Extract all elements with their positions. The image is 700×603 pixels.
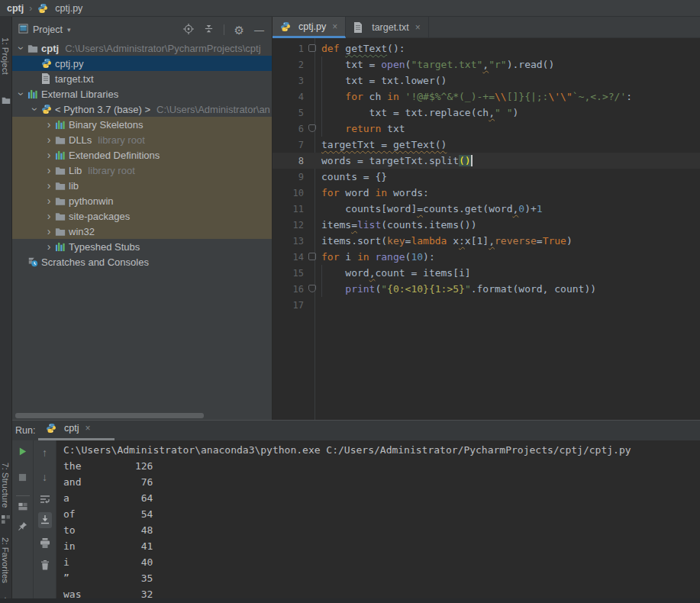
fold-open-icon[interactable] <box>308 44 316 52</box>
code-line[interactable]: 13items.sort(key=lambda x:x[1],reverse=T… <box>273 233 700 249</box>
up-stacktrace-button[interactable]: ↑ <box>34 447 56 458</box>
close-icon[interactable]: × <box>332 21 337 32</box>
run-tab-label: cptj <box>64 423 79 434</box>
restore-layout-button[interactable] <box>12 501 33 514</box>
soft-wrap-button[interactable] <box>34 494 56 507</box>
tree-row[interactable]: cptj.py <box>12 56 272 71</box>
stop-button[interactable] <box>12 472 33 484</box>
tree-row[interactable]: target.txt <box>12 71 272 86</box>
tree-item-label: DLLs <box>69 134 92 146</box>
chevron-right-icon[interactable]: › <box>43 134 55 145</box>
fold-end-icon[interactable] <box>308 285 316 292</box>
run-header: Run: cptj × <box>12 420 700 440</box>
run-tab[interactable]: cptj × <box>46 423 90 434</box>
breadcrumb-project[interactable]: cptj <box>7 3 24 14</box>
trash-icon[interactable] <box>34 559 56 572</box>
breadcrumb-separator-icon: › <box>29 3 32 14</box>
run-console[interactable]: C:\Users\Administrator\anaconda3\python.… <box>56 442 700 603</box>
print-button[interactable] <box>34 538 56 550</box>
scroll-to-end-button[interactable] <box>34 512 56 528</box>
tab-target-txt[interactable]: target.txt × <box>346 17 429 38</box>
chevron-right-icon[interactable]: › <box>43 119 55 130</box>
tree-row[interactable]: ›External Libraries <box>12 86 272 102</box>
fold-end-icon[interactable] <box>308 124 316 132</box>
tree-item-path: library root <box>98 134 144 146</box>
tree-row[interactable]: ›pythonwin <box>12 193 272 208</box>
python-icon <box>41 58 55 69</box>
chevron-down-icon[interactable]: › <box>30 103 40 115</box>
code-line[interactable]: 16 print("{0:<10}{1:>5}".format(word, co… <box>273 281 700 297</box>
run-toolbar-left <box>12 440 34 603</box>
code-line[interactable]: 9counts = {} <box>273 169 700 185</box>
horizontal-scrollbar[interactable] <box>15 413 204 418</box>
gear-icon[interactable]: ⚙ <box>234 24 244 36</box>
python-icon <box>41 104 55 114</box>
locate-file-button[interactable] <box>183 24 194 37</box>
project-panel-title[interactable]: Project <box>33 24 63 35</box>
tree-row[interactable]: ›Typeshed Stubs <box>12 239 272 254</box>
chevron-right-icon[interactable]: › <box>43 180 55 191</box>
code-line[interactable]: 2 txt = open("target.txt","r").read() <box>273 56 700 73</box>
code-line[interactable]: 6 return txt <box>273 121 700 137</box>
collapse-all-button[interactable] <box>204 24 214 36</box>
breadcrumb-file[interactable]: cptj.py <box>55 3 82 14</box>
code-text: counts[word]=counts.get(word,0)+1 <box>321 203 543 214</box>
fold-open-icon[interactable] <box>308 253 316 260</box>
chevron-down-icon[interactable]: ▾ <box>67 26 71 34</box>
code-line[interactable]: 11 counts[word]=counts.get(word,0)+1 <box>273 201 700 217</box>
bars-icon <box>27 89 41 99</box>
tree-item-path: C:\Users\Administrator\an <box>156 104 270 115</box>
tab-cptj-py[interactable]: cptj.py × <box>273 17 346 38</box>
tree-item-label: win32 <box>69 226 95 237</box>
chevron-right-icon[interactable]: › <box>43 241 55 252</box>
code-line[interactable]: 17 <box>273 297 700 313</box>
tree-row[interactable]: ›Extended Definitions <box>12 147 272 163</box>
tree-row[interactable]: ›Binary Skeletons <box>12 117 272 132</box>
code-line[interactable]: 1def getText(): <box>273 40 700 56</box>
chevron-right-icon[interactable]: › <box>43 150 55 160</box>
close-icon[interactable]: × <box>85 423 90 434</box>
tree-row[interactable]: ›win32 <box>12 224 272 239</box>
code-line[interactable]: 4 for ch in '!@#$%^&*(_)-+=\\[]}{|;:\'\"… <box>273 89 700 105</box>
tree-row[interactable]: ›lib <box>12 178 272 193</box>
chevron-right-icon[interactable]: › <box>43 195 55 206</box>
window-bottom-edge <box>0 598 700 603</box>
code-line[interactable]: 12items=list(counts.items()) <box>273 217 700 233</box>
line-number: 3 <box>273 76 307 86</box>
tree-row[interactable]: ›cptjC:\Users\Administrator\PycharmProje… <box>12 40 272 56</box>
folder-icon <box>55 211 69 221</box>
pin-icon[interactable] <box>12 521 33 534</box>
project-tree[interactable]: ›cptjC:\Users\Administrator\PycharmProje… <box>12 40 272 269</box>
code-line[interactable]: 8words = targetTxt.split() <box>273 153 700 169</box>
chevron-down-icon[interactable]: › <box>16 88 27 100</box>
tree-row[interactable]: ›Liblibrary root <box>12 163 272 178</box>
rerun-button[interactable] <box>12 447 33 459</box>
tree-row[interactable]: Scratches and Consoles <box>12 254 272 269</box>
close-icon[interactable]: × <box>415 22 421 33</box>
tree-item-label: Lib <box>69 165 82 176</box>
chevron-right-icon[interactable]: › <box>43 226 55 237</box>
chevron-right-icon[interactable]: › <box>43 211 55 221</box>
stripe-structure-button[interactable]: 7: Structure <box>1 463 10 508</box>
chevron-right-icon[interactable]: › <box>43 165 55 176</box>
stripe-favorites-button[interactable]: 2: Favorites <box>1 537 10 583</box>
code-line[interactable]: 15 word,count = items[i] <box>273 265 700 281</box>
code-line[interactable]: 14for i in range(10): <box>273 249 700 265</box>
tree-row[interactable]: ›DLLslibrary root <box>12 132 272 147</box>
line-number: 2 <box>273 60 307 70</box>
code-editor[interactable]: 1def getText():2 txt = open("target.txt"… <box>273 38 700 420</box>
line-number: 12 <box>273 220 307 231</box>
chevron-down-icon[interactable]: › <box>16 42 27 54</box>
hide-panel-button[interactable]: — <box>254 25 264 35</box>
code-line[interactable]: 7targetTxt = getText() <box>273 137 700 153</box>
down-stacktrace-button[interactable]: ↓ <box>34 472 56 482</box>
tree-row[interactable]: ›site-packages <box>12 208 272 224</box>
stripe-project-button[interactable]: 1: Project <box>1 37 10 75</box>
tree-row[interactable]: ›< Python 3.7 (base) >C:\Users\Administr… <box>12 102 272 117</box>
tree-item-label: lib <box>69 180 79 192</box>
code-line[interactable]: 3 txt = txt.lower() <box>273 73 700 89</box>
code-line[interactable]: 5 txt = txt.replace(ch," ") <box>273 105 700 121</box>
code-text: txt = txt.replace(ch," ") <box>321 107 518 118</box>
code-line[interactable]: 10for word in words: <box>273 185 700 201</box>
code-text: print("{0:<10}{1:>5}".format(word, count… <box>321 283 596 295</box>
